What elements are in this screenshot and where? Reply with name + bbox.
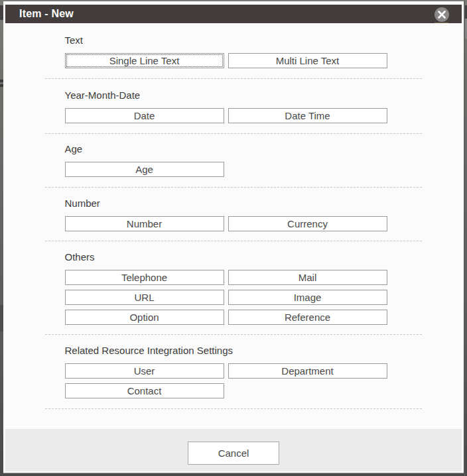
item-type-button-reference[interactable]: Reference [228, 310, 387, 325]
close-button[interactable] [434, 7, 449, 22]
item-type-button-user[interactable]: User [65, 363, 224, 379]
button-grid: Single Line Text Multi Line Text [65, 53, 422, 68]
section-label: Others [65, 251, 422, 263]
item-type-button-currency[interactable]: Currency [228, 216, 387, 231]
item-type-button-mail[interactable]: Mail [228, 270, 387, 285]
item-type-button-image[interactable]: Image [228, 290, 387, 305]
section-others: Others Telephone Mail URL Image Option R… [45, 241, 422, 335]
item-type-button-number[interactable]: Number [65, 216, 224, 231]
item-type-button-age[interactable]: Age [65, 162, 224, 177]
item-type-button-multi-line-text[interactable]: Multi Line Text [228, 53, 387, 68]
dialog-titlebar: Item - New [5, 5, 462, 23]
dialog-body: Text Single Line Text Multi Line Text Ye… [3, 23, 464, 430]
button-grid: Age [65, 162, 422, 177]
cancel-button[interactable]: Cancel [188, 442, 279, 465]
item-type-button-option[interactable]: Option [65, 310, 224, 325]
item-type-button-url[interactable]: URL [65, 290, 224, 305]
item-type-button-single-line-text[interactable]: Single Line Text [65, 53, 224, 68]
item-type-button-date[interactable]: Date [65, 108, 224, 123]
section-label: Related Resource Integration Settings [65, 344, 422, 357]
button-grid: Telephone Mail URL Image Option Referenc… [65, 270, 422, 325]
section-text: Text Single Line Text Multi Line Text [45, 23, 422, 80]
close-button-underline [434, 23, 448, 23]
item-type-button-department[interactable]: Department [228, 363, 387, 379]
dialog-title: Item - New [5, 8, 74, 20]
section-year-month-date: Year-Month-Date Date Date Time [45, 79, 422, 134]
backdrop-page-fragment [464, 5, 467, 20]
backdrop-scrollbar-thumb [465, 19, 467, 38]
item-new-dialog: Item - New Text Single Line Text Multi L… [3, 1, 464, 473]
item-type-button-contact[interactable]: Contact [65, 383, 224, 398]
item-type-button-date-time[interactable]: Date Time [228, 108, 387, 123]
item-type-button-telephone[interactable]: Telephone [65, 270, 224, 285]
close-icon [438, 11, 446, 19]
button-grid: User Department Contact [65, 363, 422, 398]
section-related-resource: Related Resource Integration Settings Us… [45, 335, 422, 410]
section-number: Number Number Currency [45, 188, 422, 241]
section-age: Age Age [45, 134, 422, 188]
section-label: Text [65, 34, 422, 46]
button-grid: Number Currency [65, 216, 422, 231]
section-label: Year-Month-Date [65, 89, 422, 101]
section-label: Age [65, 143, 422, 155]
backdrop-scrollbar-track [464, 0, 465, 476]
dialog-buttonpane: Cancel [5, 429, 462, 471]
button-grid: Date Date Time [65, 108, 422, 123]
section-label: Number [65, 197, 422, 209]
